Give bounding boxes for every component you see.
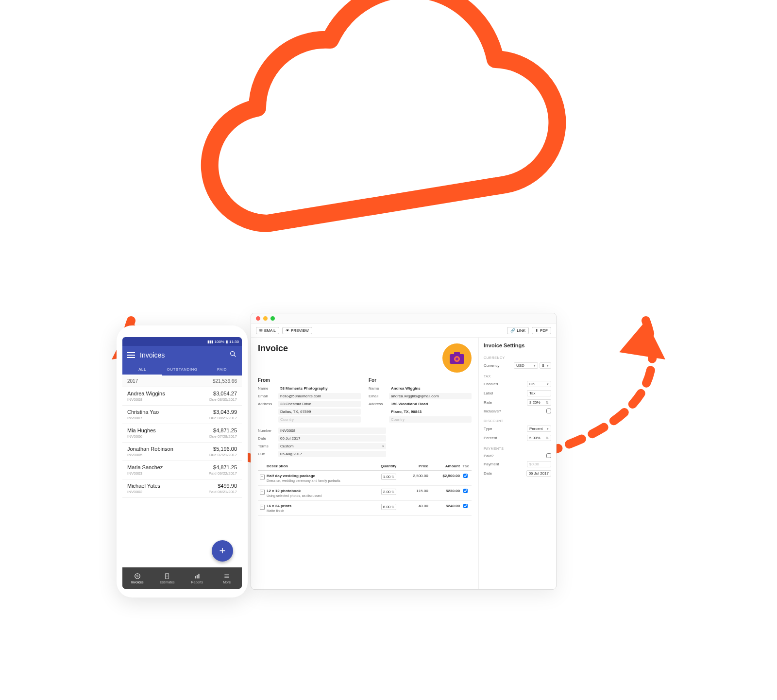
invoice-amount: $3,054.27 (213, 391, 237, 396)
invoice-amount: $499.90 (218, 483, 237, 489)
invoice-row[interactable]: Michael YatesINV0002$499.90Paid 06/21/20… (122, 479, 242, 498)
for-country-field[interactable]: Country (389, 416, 472, 423)
svg-line-7 (234, 355, 236, 357)
currency-select[interactable]: USD▾ (514, 362, 538, 369)
discount-percent-stepper[interactable]: 5.00%⇅ (527, 435, 551, 441)
currency-symbol-select[interactable]: $▾ (540, 362, 551, 369)
from-section: From Name58 Moments Photography Emailhel… (258, 377, 361, 423)
item-price[interactable]: 2,500.00 (396, 474, 428, 478)
link-button[interactable]: 🔗 LINK (507, 327, 529, 334)
nav-reports[interactable]: Reports (182, 567, 212, 589)
desktop-app-window: ✉ EMAIL 👁 PREVIEW 🔗 LINK ⬇ PDF Invoice (251, 313, 557, 590)
battery-pct: 100% (215, 340, 224, 344)
line-items-table: Description Quantity Price Amount Tax −H… (258, 462, 472, 516)
for-address2-field[interactable]: Plano, TX, 90843 (389, 409, 472, 415)
item-tax-checkbox[interactable] (463, 504, 468, 508)
for-email-field[interactable]: andrea.wiggins@gmail.com (389, 393, 472, 399)
close-icon[interactable] (256, 316, 260, 321)
payment-date-field[interactable]: 06 Jul 2017 (526, 470, 551, 477)
invoice-row[interactable]: Andrea WigginsINV0008$3,054.27Due 08/05/… (122, 387, 242, 406)
item-description[interactable]: Matte finish (267, 509, 362, 512)
signal-icon: ▮▮▮ (207, 340, 213, 344)
tax-rate-stepper[interactable]: 8.25%⇅ (527, 399, 551, 406)
tax-label-field[interactable]: Tax (527, 390, 551, 396)
bottom-nav: $InvoicesEstimatesReportsMore (122, 567, 242, 589)
payment-amount-field[interactable]: $0.00 (527, 461, 551, 467)
line-item-row: −12 x 12 photobookUsing selected photos,… (258, 486, 472, 501)
from-address1-field[interactable]: 28 Chestnut Drive (278, 401, 361, 407)
item-price[interactable]: 40.00 (396, 504, 428, 508)
invoice-row[interactable]: Mia HughesINV0006$4,871.25Due 07/28/2017 (122, 424, 242, 443)
for-name-field[interactable]: Andrea Wiggins (389, 385, 472, 392)
svg-text:$: $ (136, 574, 138, 578)
quantity-stepper[interactable]: 6.00 ⇅ (381, 504, 397, 510)
tax-inclusive-checkbox[interactable] (546, 409, 551, 413)
item-tax-checkbox[interactable] (463, 489, 468, 493)
search-button[interactable] (229, 350, 237, 360)
year-summary: 2017 $21,536.66 (122, 376, 242, 387)
item-title[interactable]: 16 x 24 prints (267, 504, 362, 508)
invoice-date-field[interactable]: 06 Jul 2017 (278, 435, 386, 442)
nav-invoices[interactable]: $Invoices (122, 567, 152, 589)
add-invoice-fab[interactable]: + (212, 540, 233, 562)
item-tax-checkbox[interactable] (463, 474, 468, 478)
item-description[interactable]: Dress on, wedding ceremony and family po… (267, 479, 362, 482)
item-price[interactable]: 115.00 (396, 489, 428, 493)
item-title[interactable]: Half day wedding package (267, 474, 362, 478)
dollar-icon: $ (134, 573, 141, 580)
invoice-row[interactable]: Christina YaoINV0007$3,043.99Due 08/21/2… (122, 406, 242, 424)
invoice-status: Due 07/28/2017 (209, 434, 237, 439)
quantity-stepper[interactable]: 1.00 ⇅ (381, 474, 397, 480)
item-description[interactable]: Using selected photos, as discussed (267, 494, 362, 497)
invoice-row[interactable]: Maria SanchezINV0003$4,871.25Paid 06/22/… (122, 461, 242, 479)
invoice-customer: Christina Yao (127, 409, 159, 415)
invoice-status: Paid 06/21/2017 (209, 490, 237, 494)
pdf-button[interactable]: ⬇ PDF (532, 327, 551, 334)
invoice-amount: $4,871.25 (213, 464, 237, 470)
filter-tabs: ALLOUTSTANDINGPAID (122, 364, 242, 376)
paid-checkbox[interactable] (546, 453, 551, 458)
from-name-field[interactable]: 58 Moments Photography (278, 385, 361, 392)
invoice-row[interactable]: Jonathan RobinsonINV0005$5,196.00Due 07/… (122, 443, 242, 461)
svg-rect-3 (454, 352, 460, 355)
tab-paid[interactable]: PAID (202, 364, 242, 376)
hamburger-icon (127, 355, 135, 356)
invoice-customer: Andrea Wiggins (127, 391, 165, 396)
nav-estimates[interactable]: Estimates (152, 567, 183, 589)
clock: 11:30 (229, 340, 239, 344)
menu-button[interactable] (127, 355, 135, 356)
svg-rect-14 (197, 575, 198, 578)
chart-icon (194, 573, 201, 580)
from-address2-field[interactable]: Dallas, TX, 67899 (278, 409, 361, 415)
tax-enabled-select[interactable]: On▾ (527, 381, 551, 387)
discount-type-select[interactable]: Percent▾ (527, 426, 551, 432)
mobile-app: ▮▮▮ 100% ▮ 11:30 Invoices ALLOUTSTANDING… (117, 325, 248, 598)
invoice-customer: Jonathan Robinson (127, 446, 173, 452)
terms-select[interactable]: Custom▾ (278, 443, 386, 449)
invoice-status: Due 07/21/2017 (209, 453, 237, 457)
line-item-row: −16 x 24 printsMatte finish6.00 ⇅40.00$2… (258, 501, 472, 516)
remove-item-button[interactable]: − (260, 475, 265, 479)
from-email-field[interactable]: hello@58moments.com (278, 393, 361, 399)
due-date-field[interactable]: 05 Aug 2017 (278, 451, 386, 457)
tab-outstanding[interactable]: OUTSTANDING (162, 364, 202, 376)
for-section: For NameAndrea Wiggins Emailandrea.wiggi… (369, 377, 472, 423)
nav-more[interactable]: More (212, 567, 242, 589)
tab-all[interactable]: ALL (122, 364, 162, 376)
maximize-icon[interactable] (270, 316, 275, 321)
invoice-editor: Invoice From Name58 Moments Photography … (251, 338, 478, 589)
for-address1-field[interactable]: 156 Woodland Road (389, 401, 472, 407)
quantity-stepper[interactable]: 2.00 ⇅ (381, 489, 397, 495)
item-title[interactable]: 12 x 12 photobook (267, 489, 362, 493)
email-button[interactable]: ✉ EMAIL (256, 327, 279, 334)
item-amount: $230.00 (428, 489, 460, 493)
remove-item-button[interactable]: − (260, 505, 265, 510)
remove-item-button[interactable]: − (260, 490, 265, 495)
business-logo[interactable] (442, 343, 472, 373)
from-country-field[interactable]: Country (278, 416, 361, 423)
invoice-number: INV0005 (127, 453, 173, 457)
invoice-customer: Mia Hughes (127, 427, 156, 433)
minimize-icon[interactable] (263, 316, 268, 321)
preview-button[interactable]: 👁 PREVIEW (282, 327, 312, 334)
invoice-number-field[interactable]: INV0008 (278, 427, 386, 434)
